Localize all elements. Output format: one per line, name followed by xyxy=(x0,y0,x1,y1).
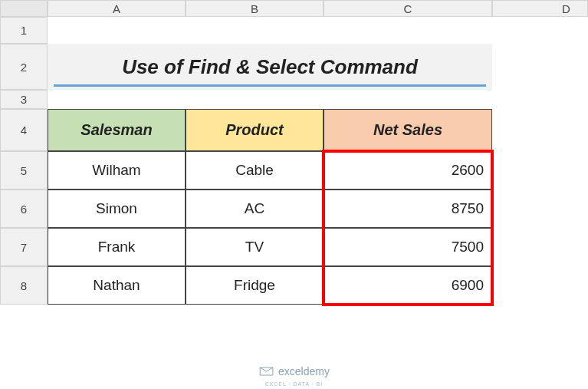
cell-salesman[interactable]: Simon xyxy=(48,190,186,228)
header-netsales[interactable]: Net Sales xyxy=(324,109,492,151)
cell-product[interactable]: AC xyxy=(186,190,324,228)
cell-salesman[interactable]: Frank xyxy=(48,228,186,266)
row-header-6[interactable]: 6 xyxy=(0,190,48,228)
col-header-d[interactable]: D xyxy=(492,0,588,17)
title-underline xyxy=(54,84,486,87)
header-salesman[interactable]: Salesman xyxy=(48,109,186,151)
row-header-3[interactable]: 3 xyxy=(0,90,48,109)
data-table: Salesman Product Net Sales Wilham Cable … xyxy=(48,109,492,305)
col-header-d-label: D xyxy=(562,2,570,15)
select-all-corner[interactable] xyxy=(0,0,48,17)
sheet-icon xyxy=(258,366,274,377)
header-product[interactable]: Product xyxy=(186,109,324,151)
title-cell[interactable]: Use of Find & Select Command xyxy=(48,44,492,90)
col-header-c[interactable]: C xyxy=(324,0,492,17)
footer-brand: exceldemy xyxy=(278,365,330,377)
row-header-4[interactable]: 4 xyxy=(0,109,48,151)
footer-logo: exceldemy xyxy=(258,365,330,377)
col-header-a[interactable]: A xyxy=(48,0,186,17)
row-header-5[interactable]: 5 xyxy=(0,151,48,190)
cell-salesman[interactable]: Nathan xyxy=(48,266,186,305)
row-header-2[interactable]: 2 xyxy=(0,44,48,90)
cell-product[interactable]: TV xyxy=(186,228,324,266)
page-title: Use of Find & Select Command xyxy=(122,55,418,79)
cell-netsales[interactable]: 2600 xyxy=(324,151,492,190)
spreadsheet-grid: A B C D 1 2 3 4 5 6 7 8 Use of Find & Se… xyxy=(0,0,588,389)
row-header-7[interactable]: 7 xyxy=(0,228,48,266)
cell-netsales[interactable]: 6900 xyxy=(324,266,492,305)
cell-product[interactable]: Fridge xyxy=(186,266,324,305)
cell-salesman[interactable]: Wilham xyxy=(48,151,186,190)
cell-product[interactable]: Cable xyxy=(186,151,324,190)
row-header-8[interactable]: 8 xyxy=(0,266,48,305)
cell-netsales[interactable]: 7500 xyxy=(324,228,492,266)
col-header-b[interactable]: B xyxy=(186,0,324,17)
row-header-1[interactable]: 1 xyxy=(0,17,48,44)
footer-tagline: EXCEL · DATA · BI xyxy=(265,381,323,387)
cell-netsales[interactable]: 8750 xyxy=(324,190,492,228)
